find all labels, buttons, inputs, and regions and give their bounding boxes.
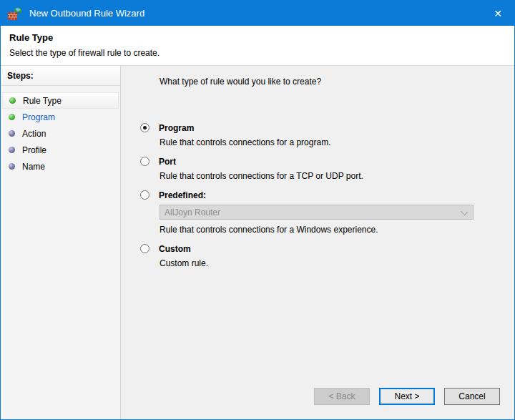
- custom-radio-row[interactable]: Custom: [140, 243, 514, 254]
- step-label: Profile: [22, 145, 46, 155]
- back-button[interactable]: < Back: [314, 388, 370, 405]
- cancel-button[interactable]: Cancel: [444, 388, 500, 405]
- step-bullet-icon: [9, 130, 15, 137]
- step-label: Program: [22, 112, 55, 122]
- program-radio[interactable]: [140, 123, 149, 132]
- option-predefined: Predefined: AllJoyn Router Rule that con…: [140, 190, 514, 235]
- sidebar-item-profile[interactable]: Profile: [2, 142, 119, 158]
- next-button[interactable]: Next >: [379, 388, 435, 405]
- wizard-window: New Outbound Rule Wizard ✕ Rule Type Sel…: [0, 0, 515, 420]
- step-label: Name: [22, 162, 45, 172]
- window-title: New Outbound Rule Wizard: [29, 8, 481, 19]
- wizard-footer: < Back Next > Cancel: [314, 388, 500, 405]
- sidebar-item-rule-type[interactable]: Rule Type: [2, 92, 119, 109]
- step-bullet-icon: [9, 97, 16, 104]
- port-radio-row[interactable]: Port: [140, 156, 514, 167]
- predefined-select[interactable]: AllJoyn Router: [160, 205, 474, 220]
- option-custom: Custom Custom rule.: [140, 243, 514, 268]
- page-subtitle: Select the type of firewall rule to crea…: [9, 48, 514, 58]
- predefined-select-value: AllJoyn Router: [165, 207, 220, 218]
- custom-radio[interactable]: [140, 244, 149, 253]
- option-program: Program Rule that controls connections f…: [140, 122, 514, 147]
- sidebar-item-program[interactable]: Program: [2, 109, 119, 125]
- step-bullet-icon: [9, 114, 15, 120]
- step-label: Action: [22, 129, 46, 139]
- predefined-description: Rule that controls connections for a Win…: [160, 225, 514, 235]
- steps-heading: Steps:: [1, 66, 120, 86]
- sidebar-item-action[interactable]: Action: [2, 125, 119, 142]
- close-button[interactable]: ✕: [481, 1, 514, 26]
- steps-sidebar: Steps: Rule Type Program Action Profile: [1, 66, 121, 419]
- program-label: Program: [159, 123, 194, 133]
- question-text: What type of rule would you like to crea…: [160, 77, 514, 87]
- port-description: Rule that controls connections for a TCP…: [160, 171, 514, 181]
- port-label: Port: [159, 157, 176, 167]
- wizard-header: Rule Type Select the type of firewall ru…: [1, 26, 514, 66]
- chevron-down-icon: [461, 208, 468, 215]
- step-bullet-icon: [9, 163, 15, 170]
- steps-list: Rule Type Program Action Profile Name: [1, 86, 120, 175]
- predefined-radio-row[interactable]: Predefined:: [140, 190, 514, 200]
- predefined-radio[interactable]: [140, 190, 149, 200]
- custom-label: Custom: [159, 244, 191, 254]
- titlebar: New Outbound Rule Wizard ✕: [1, 1, 514, 26]
- rule-type-options: Program Rule that controls connections f…: [140, 122, 514, 268]
- step-bullet-icon: [9, 147, 15, 153]
- program-radio-row[interactable]: Program: [140, 122, 514, 133]
- firewall-icon: [8, 7, 22, 20]
- page-title: Rule Type: [9, 32, 514, 43]
- sidebar-item-name[interactable]: Name: [2, 158, 119, 175]
- wizard-body: Steps: Rule Type Program Action Profile: [1, 66, 514, 419]
- custom-description: Custom rule.: [160, 258, 514, 268]
- port-radio[interactable]: [140, 157, 149, 166]
- main-panel: What type of rule would you like to crea…: [121, 66, 514, 419]
- step-label: Rule Type: [23, 96, 62, 106]
- program-description: Rule that controls connections for a pro…: [160, 137, 514, 147]
- predefined-label: Predefined:: [159, 190, 206, 200]
- option-port: Port Rule that controls connections for …: [140, 156, 514, 181]
- close-icon: ✕: [494, 8, 502, 19]
